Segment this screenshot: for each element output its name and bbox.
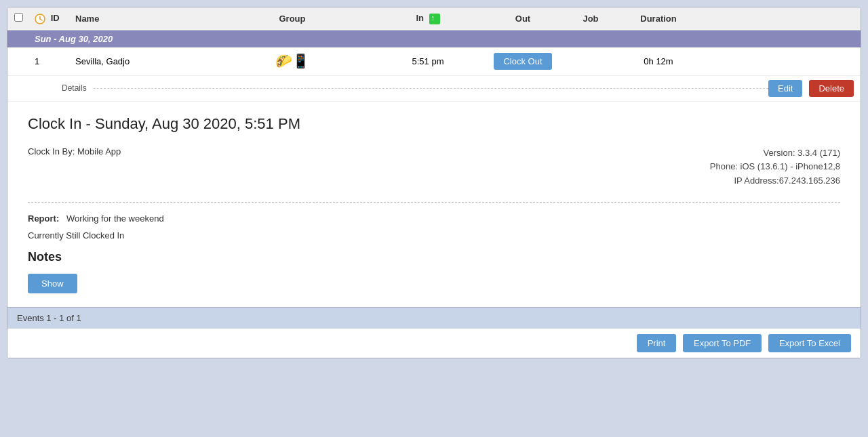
row-group-icons: 🌮📱: [211, 53, 374, 69]
col-header-job: Job: [564, 14, 618, 24]
still-clocked-text: Currently Still Clocked In: [28, 230, 840, 241]
clock-out-button[interactable]: Clock Out: [494, 53, 551, 70]
detail-right: Version: 3.3.4 (171) Phone: iOS (13.6.1)…: [710, 146, 840, 188]
detail-title: Clock In - Sunday, Aug 30 2020, 5:51 PM: [28, 115, 840, 133]
events-text: Events 1 - 1 of 1: [17, 313, 81, 323]
report-label: Report:: [28, 213, 59, 224]
ip-address-text: IP Address:67.243.165.236: [710, 174, 840, 188]
detail-body: Clock In By: Mobile App Version: 3.3.4 (…: [28, 146, 840, 188]
actions-bar: Print Export To PDF Export To Excel: [7, 329, 861, 358]
clock-icon: [35, 14, 45, 24]
clock-in-by: Clock In By: Mobile App: [28, 146, 710, 157]
edit-button[interactable]: Edit: [768, 80, 802, 97]
report-value: Working for the weekend: [66, 213, 164, 224]
table-row: 1 Sevilla, Gadjo 🌮📱 5:51 pm Clock Out 0h…: [7, 47, 861, 76]
table-header: ID Name Group In Out Job Duration: [7, 7, 861, 30]
row-id: 1: [35, 56, 75, 66]
in-arrow-icon: [429, 14, 440, 24]
report-line: Report: Working for the weekend: [28, 213, 840, 224]
details-row: Details Edit Delete: [7, 76, 861, 102]
export-pdf-button[interactable]: Export To PDF: [683, 334, 762, 352]
notes-heading: Notes: [28, 250, 840, 264]
col-header-id: ID: [35, 13, 75, 24]
phone-text: Phone: iOS (13.6.1) - iPhone12,8: [710, 160, 840, 174]
detail-left: Clock In By: Mobile App: [28, 146, 710, 188]
detail-panel: Clock In - Sunday, Aug 30 2020, 5:51 PM …: [7, 102, 861, 307]
divider: [28, 202, 840, 203]
col-header-duration: Duration: [618, 14, 699, 24]
print-button[interactable]: Print: [637, 334, 677, 352]
version-text: Version: 3.3.4 (171): [710, 146, 840, 161]
show-button[interactable]: Show: [28, 274, 77, 293]
col-header-out: Out: [482, 14, 564, 24]
row-duration: 0h 12m: [618, 56, 699, 66]
row-clock-out-cell: Clock Out: [482, 53, 564, 70]
col-header-name: Name: [75, 14, 211, 24]
details-divider: Details: [62, 83, 768, 93]
export-excel-button[interactable]: Export To Excel: [768, 334, 851, 352]
date-group-row: Sun - Aug 30, 2020: [7, 30, 861, 47]
edit-delete-actions: Edit Delete: [768, 80, 854, 97]
col-header-in: In: [374, 13, 482, 24]
col-header-group: Group: [211, 14, 374, 24]
footer-bar: Events 1 - 1 of 1: [7, 307, 861, 329]
row-clock-in-time: 5:51 pm: [374, 56, 482, 66]
select-all-checkbox[interactable]: [14, 13, 23, 22]
delete-button[interactable]: Delete: [809, 80, 854, 97]
main-container: ID Name Group In Out Job Duration Sun - …: [7, 7, 861, 358]
row-name: Sevilla, Gadjo: [75, 56, 211, 66]
